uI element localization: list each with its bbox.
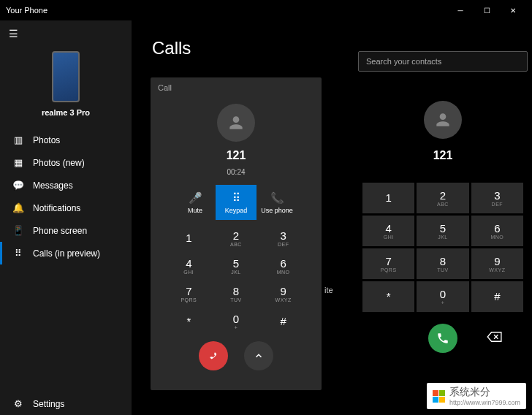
- dial-key-letters: +: [235, 325, 238, 330]
- dial-key-3[interactable]: 3DEF: [471, 183, 523, 213]
- call-timer: 00:24: [151, 168, 322, 176]
- dial-key-9[interactable]: 9WXYZ: [471, 248, 523, 279]
- dial-key-2[interactable]: 2ABC: [417, 183, 468, 213]
- backspace-button[interactable]: [487, 331, 503, 346]
- window-controls: ─ ☐ ✕: [447, 0, 526, 20]
- use-phone-button[interactable]: 📞 Use phone: [256, 185, 297, 220]
- use-phone-label: Use phone: [261, 207, 293, 214]
- search-input[interactable]: Search your contacts: [358, 51, 528, 72]
- watermark-text: 系统米分: [449, 386, 520, 399]
- sidebar-item-calls[interactable]: ⠿ Calls (in preview): [0, 242, 132, 264]
- close-button[interactable]: ✕: [500, 0, 526, 20]
- dial-key-number: 6: [280, 258, 286, 269]
- sidebar-item-label: Settings: [33, 399, 64, 409]
- dial-key-number: 4: [385, 223, 391, 234]
- dial-key-number: 6: [494, 223, 500, 234]
- dial-key-5[interactable]: 5JKL: [213, 252, 260, 280]
- dial-key-number: 0: [233, 313, 239, 324]
- dial-key-0[interactable]: 0+: [417, 281, 468, 312]
- sidebar-item-notifications[interactable]: 🔔 Notifications: [0, 197, 132, 219]
- dial-key-#[interactable]: #: [259, 308, 307, 335]
- dial-key-5[interactable]: 5JKL: [417, 216, 468, 246]
- microsoft-logo-icon: [433, 390, 445, 403]
- dial-key-4[interactable]: 4GHI: [165, 252, 213, 280]
- nav: ▥ Photos ▦ Photos (new) 💬 Messages 🔔 Not…: [0, 129, 132, 264]
- dial-key-letters: DEF: [492, 202, 503, 207]
- dial-key-7[interactable]: 7PQRS: [165, 280, 213, 308]
- search-placeholder: Search your contacts: [366, 57, 441, 66]
- mute-label: Mute: [188, 207, 202, 214]
- collapse-button[interactable]: [244, 341, 273, 370]
- watermark-url: http://www.win7999.com: [449, 399, 520, 406]
- dial-key-number: 7: [186, 286, 191, 297]
- keypad-button[interactable]: ⠿ Keypad: [216, 185, 256, 220]
- call-button[interactable]: [428, 324, 457, 353]
- dial-key-4[interactable]: 4GHI: [362, 216, 414, 246]
- sidebar-item-label: Photos (new): [33, 158, 85, 168]
- hamburger-icon[interactable]: ☰: [0, 23, 132, 44]
- person-icon: [433, 110, 452, 129]
- sidebar-item-label: Phone screen: [33, 226, 87, 236]
- hangup-icon: [207, 349, 220, 362]
- dial-key-0[interactable]: 0+: [213, 308, 260, 335]
- dial-key-number: 9: [494, 256, 500, 267]
- dial-key-letters: ABC: [437, 202, 449, 207]
- dial-key-number: 3: [494, 190, 500, 201]
- backspace-icon: [487, 331, 503, 343]
- dial-key-number: 8: [233, 286, 239, 297]
- dial-key-number: 5: [440, 223, 446, 234]
- call-number: 121: [151, 149, 322, 162]
- dial-key-letters: MNO: [277, 270, 290, 275]
- keypad-label: Keypad: [225, 207, 248, 214]
- dial-key-letters: +: [441, 300, 445, 305]
- hangup-button[interactable]: [199, 341, 228, 370]
- bell-icon: 🔔: [12, 202, 24, 213]
- dial-key-letters: TUV: [437, 267, 449, 273]
- use-phone-icon: 📞: [270, 191, 284, 205]
- app-title: Your Phone: [6, 6, 447, 15]
- mute-button[interactable]: 🎤 Mute: [175, 185, 216, 220]
- phone-frame-icon: [52, 51, 80, 102]
- dial-key-#[interactable]: #: [471, 281, 523, 312]
- sidebar-item-label: Messages: [33, 180, 73, 191]
- dial-key-letters: PQRS: [180, 297, 197, 302]
- dial-key-9[interactable]: 9WXYZ: [259, 280, 307, 308]
- dial-key-*[interactable]: *: [165, 308, 213, 335]
- dial-key-3[interactable]: 3DEF: [259, 224, 307, 252]
- phone-icon: [436, 332, 449, 345]
- dialer-keypad: 12ABC3DEF4GHI5JKL6MNO7PQRS8TUV9WXYZ*0+#: [358, 183, 528, 312]
- titlebar: Your Phone ─ ☐ ✕: [0, 0, 532, 20]
- maximize-button[interactable]: ☐: [474, 0, 500, 20]
- dial-key-7[interactable]: 7PQRS: [362, 248, 414, 279]
- dial-key-1[interactable]: 1: [362, 183, 414, 213]
- person-icon: [227, 113, 246, 132]
- dial-key-letters: WXYZ: [276, 297, 292, 302]
- sidebar-item-settings[interactable]: ⚙ Settings: [0, 392, 132, 415]
- main: ☰ realme 3 Pro ▥ Photos ▦ Photos (new) 💬…: [0, 20, 532, 415]
- dial-key-6[interactable]: 6MNO: [471, 216, 523, 246]
- messages-icon: 💬: [12, 180, 24, 191]
- sidebar-item-photos-new[interactable]: ▦ Photos (new): [0, 151, 132, 174]
- dialer-number: 121: [358, 149, 528, 162]
- dial-key-number: 1: [385, 192, 391, 203]
- dial-key-number: 8: [440, 256, 446, 267]
- minimize-button[interactable]: ─: [447, 0, 474, 20]
- sidebar-item-phone-screen[interactable]: 📱 Phone screen: [0, 219, 132, 242]
- sidebar-item-messages[interactable]: 💬 Messages: [0, 174, 132, 197]
- dial-key-8[interactable]: 8TUV: [417, 248, 468, 279]
- in-call-dialpad: 12ABC3DEF4GHI5JKL6MNO7PQRS8TUV9WXYZ*0+#: [151, 224, 322, 335]
- dial-key-1[interactable]: 1: [165, 224, 213, 252]
- photos-icon: ▥: [12, 134, 24, 145]
- keypad-icon: ⠿: [232, 191, 240, 205]
- dial-key-number: 3: [280, 230, 286, 241]
- dial-key-8[interactable]: 8TUV: [213, 280, 260, 308]
- dial-key-*[interactable]: *: [362, 281, 414, 312]
- dial-key-2[interactable]: 2ABC: [213, 224, 260, 252]
- dialpad-icon: ⠿: [12, 248, 24, 259]
- dial-key-6[interactable]: 6MNO: [259, 252, 307, 280]
- dialer-panel: Search your contacts 121 12ABC3DEF4GHI5J…: [358, 51, 528, 390]
- avatar: [217, 104, 255, 142]
- sidebar: ☰ realme 3 Pro ▥ Photos ▦ Photos (new) 💬…: [0, 20, 132, 415]
- dial-key-letters: ABC: [230, 242, 242, 247]
- sidebar-item-photos[interactable]: ▥ Photos: [0, 129, 132, 151]
